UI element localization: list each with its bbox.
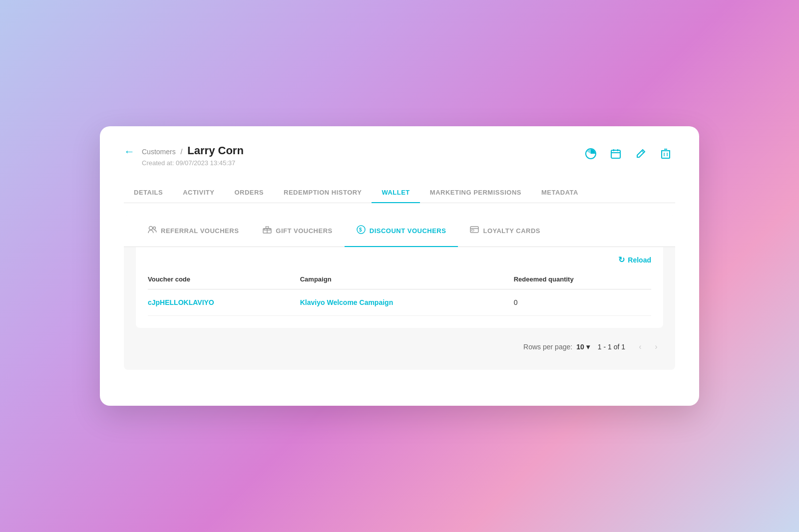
loyalty-icon: [470, 226, 479, 235]
wallet-tab-referral-label: REFERRAL VOUCHERS: [161, 227, 239, 235]
top-tabs: DETAILS ACTIVITY ORDERS REDEMPTION HISTO…: [124, 183, 675, 203]
reload-icon: ↻: [618, 255, 625, 265]
tab-metadata[interactable]: METADATA: [531, 183, 588, 203]
wallet-tab-gift[interactable]: GIFT VOUCHERS: [251, 215, 344, 247]
campaign-cell[interactable]: Klaviyo Welcome Campaign: [300, 289, 514, 316]
tab-activity[interactable]: ACTIVITY: [173, 183, 224, 203]
col-voucher-code: Voucher code: [148, 270, 300, 289]
pagination-row: Rows per page: 10 ▾ 1 - 1 of 1 ‹ ›: [124, 340, 675, 354]
delete-icon[interactable]: [656, 144, 675, 163]
svg-rect-1: [611, 150, 620, 158]
table-row: cJpHELLOKLAVIYOKlaviyo Welcome Campaign0: [148, 289, 651, 316]
breadcrumb: Customers / Larry Corn: [142, 144, 244, 157]
chevron-down-icon: ▾: [586, 343, 590, 351]
wallet-tabs: REFERRAL VOUCHERS GIFT VOUCHERS: [124, 215, 675, 247]
header-actions: [581, 144, 675, 163]
next-page-button[interactable]: ›: [649, 340, 663, 354]
reload-row: ↻ Reload: [148, 247, 651, 270]
wallet-tab-gift-label: GIFT VOUCHERS: [276, 227, 332, 235]
tab-marketing-permissions[interactable]: MARKETING PERMISSIONS: [420, 183, 531, 203]
svg-rect-6: [662, 151, 670, 158]
svg-text:$: $: [359, 227, 362, 233]
reload-label: Reload: [628, 256, 651, 264]
created-at: Created at: 09/07/2023 13:45:37: [142, 159, 244, 167]
content-panel: REFERRAL VOUCHERS GIFT VOUCHERS: [124, 215, 675, 370]
tab-details[interactable]: DETAILS: [124, 183, 173, 203]
data-table: Voucher code Campaign Redeemed quantity …: [148, 270, 651, 316]
wallet-tab-discount-label: DISCOUNT VOUCHERS: [370, 227, 446, 235]
rows-per-page: Rows per page: 10 ▾: [523, 343, 590, 351]
svg-point-12: [153, 227, 156, 230]
reload-button[interactable]: ↻ Reload: [618, 255, 651, 265]
customer-name: Larry Corn: [187, 144, 243, 157]
wallet-tab-loyalty-label: LOYALTY CARDS: [483, 227, 540, 235]
col-redeemed-qty: Redeemed quantity: [514, 270, 651, 289]
edit-icon[interactable]: [631, 144, 650, 163]
prev-page-button[interactable]: ‹: [633, 340, 647, 354]
breadcrumb-base[interactable]: Customers: [142, 148, 176, 156]
tab-wallet[interactable]: WALLET: [372, 183, 419, 203]
table-area: ↻ Reload Voucher code Campaign Redeemed …: [136, 247, 663, 328]
per-page-select[interactable]: 10 ▾: [576, 343, 590, 351]
tab-orders[interactable]: ORDERS: [224, 183, 274, 203]
referral-icon: [148, 226, 157, 236]
analytics-icon[interactable]: [581, 144, 600, 163]
col-campaign: Campaign: [300, 270, 514, 289]
calendar-icon[interactable]: [606, 144, 625, 163]
header-left: ← Customers / Larry Corn Created at: 09/…: [124, 144, 244, 167]
redeemed-qty-cell: 0: [514, 289, 651, 316]
breadcrumb-block: Customers / Larry Corn Created at: 09/07…: [142, 144, 244, 167]
header: ← Customers / Larry Corn Created at: 09/…: [124, 144, 675, 167]
per-page-value: 10: [576, 343, 584, 351]
tab-redemption-history[interactable]: REDEMPTION HISTORY: [274, 183, 372, 203]
back-button[interactable]: ←: [124, 145, 135, 158]
svg-rect-20: [471, 230, 474, 231]
main-card: ← Customers / Larry Corn Created at: 09/…: [100, 126, 699, 406]
svg-point-11: [149, 227, 153, 230]
wallet-tab-discount[interactable]: $ DISCOUNT VOUCHERS: [345, 215, 458, 247]
voucher-code-cell[interactable]: cJpHELLOKLAVIYO: [148, 289, 300, 316]
gift-icon: [263, 226, 272, 236]
page-info: 1 - 1 of 1: [598, 343, 625, 351]
table-header-row: Voucher code Campaign Redeemed quantity: [148, 270, 651, 289]
rows-per-page-label: Rows per page:: [523, 343, 572, 351]
wallet-tab-loyalty[interactable]: LOYALTY CARDS: [458, 215, 552, 247]
wallet-tab-referral[interactable]: REFERRAL VOUCHERS: [136, 215, 251, 247]
breadcrumb-separator: /: [181, 148, 183, 156]
discount-icon: $: [357, 225, 366, 236]
page-nav: ‹ ›: [633, 340, 663, 354]
